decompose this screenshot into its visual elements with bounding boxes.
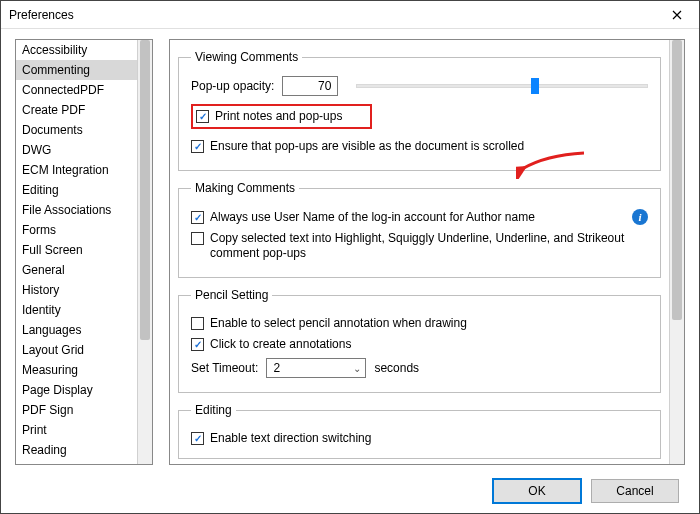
group-legend: Editing	[191, 403, 236, 417]
sidebar-item-accessibility[interactable]: Accessibility	[16, 40, 152, 60]
timeout-value: 2	[273, 361, 280, 375]
window-title: Preferences	[9, 8, 74, 22]
sidebar-item-page-display[interactable]: Page Display	[16, 380, 152, 400]
sidebar-scrollbar[interactable]	[137, 40, 152, 464]
print-notes-checkbox[interactable]	[196, 110, 209, 123]
main-scrollbar[interactable]	[669, 40, 684, 464]
group-legend: Pencil Setting	[191, 288, 272, 302]
enable-select-pencil-checkbox[interactable]	[191, 317, 204, 330]
ok-button[interactable]: OK	[493, 479, 581, 503]
sidebar-item-layout-grid[interactable]: Layout Grid	[16, 340, 152, 360]
click-create-label: Click to create annotations	[210, 337, 351, 352]
author-name-label: Always use User Name of the log-in accou…	[210, 210, 535, 225]
ensure-visible-checkbox[interactable]	[191, 140, 204, 153]
group-viewing-comments: Viewing Comments Pop-up opacity: Print n…	[178, 50, 661, 171]
group-legend: Making Comments	[191, 181, 299, 195]
sidebar-item-documents[interactable]: Documents	[16, 120, 152, 140]
group-making-comments: Making Comments Always use User Name of …	[178, 181, 661, 278]
sidebar-item-connectedpdf[interactable]: ConnectedPDF	[16, 80, 152, 100]
group-legend: Viewing Comments	[191, 50, 302, 64]
cancel-button[interactable]: Cancel	[591, 479, 679, 503]
copy-text-checkbox[interactable]	[191, 232, 204, 245]
text-direction-checkbox[interactable]	[191, 432, 204, 445]
sidebar-item-full-screen[interactable]: Full Screen	[16, 240, 152, 260]
timeout-label: Set Timeout:	[191, 361, 258, 375]
sidebar-item-commenting[interactable]: Commenting	[16, 60, 152, 80]
sidebar-item-create-pdf[interactable]: Create PDF	[16, 100, 152, 120]
enable-select-pencil-label: Enable to select pencil annotation when …	[210, 316, 467, 331]
click-create-checkbox[interactable]	[191, 338, 204, 351]
opacity-input[interactable]	[282, 76, 338, 96]
close-icon	[672, 10, 682, 20]
timeout-select[interactable]: 2 ⌄	[266, 358, 366, 378]
slider-thumb[interactable]	[531, 78, 539, 94]
sidebar-item-history[interactable]: History	[16, 280, 152, 300]
sidebar-scrollbar-thumb[interactable]	[140, 40, 150, 340]
timeout-unit: seconds	[374, 361, 419, 375]
group-pencil-setting: Pencil Setting Enable to select pencil a…	[178, 288, 661, 393]
group-editing: Editing Enable text direction switching	[178, 403, 661, 459]
sidebar-item-forms[interactable]: Forms	[16, 220, 152, 240]
highlighted-option: Print notes and pop-ups	[191, 104, 372, 129]
sidebar-item-measuring[interactable]: Measuring	[16, 360, 152, 380]
main-scrollbar-thumb[interactable]	[672, 40, 682, 320]
sidebar-item-reading[interactable]: Reading	[16, 440, 152, 460]
opacity-slider[interactable]	[356, 78, 648, 94]
sidebar-item-print[interactable]: Print	[16, 420, 152, 440]
category-sidebar: AccessibilityCommentingConnectedPDFCreat…	[15, 39, 153, 465]
print-notes-label: Print notes and pop-ups	[215, 109, 342, 124]
sidebar-item-general[interactable]: General	[16, 260, 152, 280]
opacity-label: Pop-up opacity:	[191, 79, 274, 93]
close-button[interactable]	[661, 3, 693, 27]
sidebar-item-reviewing[interactable]: Reviewing	[16, 460, 152, 465]
sidebar-item-pdf-sign[interactable]: PDF Sign	[16, 400, 152, 420]
titlebar: Preferences	[1, 1, 699, 29]
author-name-checkbox[interactable]	[191, 211, 204, 224]
settings-panel: Viewing Comments Pop-up opacity: Print n…	[169, 39, 685, 465]
text-direction-label: Enable text direction switching	[210, 431, 371, 446]
sidebar-item-identity[interactable]: Identity	[16, 300, 152, 320]
sidebar-item-file-associations[interactable]: File Associations	[16, 200, 152, 220]
content-area: AccessibilityCommentingConnectedPDFCreat…	[1, 29, 699, 469]
sidebar-item-editing[interactable]: Editing	[16, 180, 152, 200]
ensure-visible-label: Ensure that pop-ups are visible as the d…	[210, 139, 524, 154]
sidebar-item-dwg[interactable]: DWG	[16, 140, 152, 160]
sidebar-item-ecm-integration[interactable]: ECM Integration	[16, 160, 152, 180]
sidebar-item-languages[interactable]: Languages	[16, 320, 152, 340]
info-icon[interactable]: i	[632, 209, 648, 225]
copy-text-label: Copy selected text into Highlight, Squig…	[210, 231, 630, 261]
chevron-down-icon: ⌄	[353, 363, 361, 374]
dialog-footer: OK Cancel	[1, 469, 699, 513]
slider-track	[356, 84, 648, 88]
preferences-window: Preferences AccessibilityCommentingConne…	[0, 0, 700, 514]
